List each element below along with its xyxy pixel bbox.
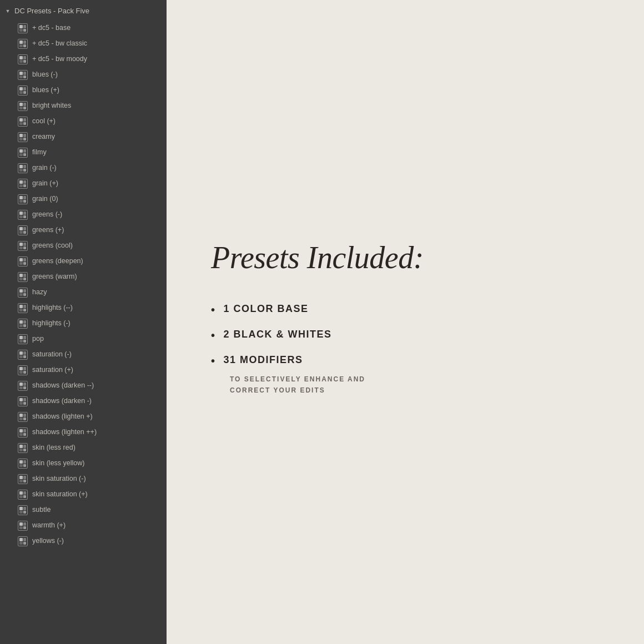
list-item[interactable]: shadows (darken --) bbox=[0, 378, 167, 394]
list-item-label: skin (less red) bbox=[32, 443, 76, 453]
main-content: Presets Included: •1 COLOR BASE•2 BLACK … bbox=[167, 0, 644, 644]
list-item[interactable]: + dc5 - bw classic bbox=[0, 36, 167, 52]
list-item[interactable]: skin (less yellow) bbox=[0, 456, 167, 471]
list-item[interactable]: hazy bbox=[0, 285, 167, 300]
list-item-label: + dc5 - bw classic bbox=[32, 39, 87, 49]
preset-icon bbox=[18, 194, 28, 204]
list-item[interactable]: yellows (-) bbox=[0, 534, 167, 549]
preset-icon bbox=[18, 117, 28, 127]
list-item[interactable]: highlights (--) bbox=[0, 300, 167, 316]
list-item-label: cool (+) bbox=[32, 117, 56, 127]
bullet-item: •31 MODIFIERS bbox=[211, 354, 424, 368]
bullet-text: 1 COLOR BASE bbox=[224, 303, 309, 315]
list-item[interactable]: cool (+) bbox=[0, 114, 167, 129]
list-item[interactable]: skin saturation (-) bbox=[0, 471, 167, 487]
preset-icon bbox=[18, 54, 28, 64]
preset-icon bbox=[18, 241, 28, 251]
preset-icon bbox=[18, 474, 28, 484]
list-item-label: saturation (-) bbox=[32, 350, 72, 360]
list-item-label: yellows (-) bbox=[32, 536, 64, 546]
sidebar-header[interactable]: ▼ DC Presets - Pack Five bbox=[0, 0, 167, 21]
list-item-label: greens (-) bbox=[32, 210, 62, 220]
preset-icon bbox=[18, 365, 28, 375]
preset-icon bbox=[18, 536, 28, 546]
list-item[interactable]: highlights (-) bbox=[0, 316, 167, 331]
preset-icon bbox=[18, 132, 28, 142]
preset-icon bbox=[18, 163, 28, 173]
list-item[interactable]: greens (-) bbox=[0, 207, 167, 223]
preset-icon bbox=[18, 272, 28, 282]
list-item-label: grain (-) bbox=[32, 163, 57, 173]
bullet-list: •1 COLOR BASE•2 BLACK & WHITES•31 MODIFI… bbox=[211, 303, 424, 395]
list-item-label: bright whites bbox=[32, 101, 71, 111]
preset-icon bbox=[18, 319, 28, 329]
list-item[interactable]: warmth (+) bbox=[0, 518, 167, 534]
presets-title: Presets Included: bbox=[211, 239, 424, 276]
list-item[interactable]: greens (cool) bbox=[0, 238, 167, 254]
bullet-item: •2 BLACK & WHITES bbox=[211, 329, 424, 342]
list-item-label: greens (warm) bbox=[32, 272, 77, 282]
preset-icon bbox=[18, 101, 28, 111]
preset-icon bbox=[18, 85, 28, 95]
list-item-label: skin saturation (-) bbox=[32, 474, 86, 484]
list-item-label: blues (+) bbox=[32, 85, 59, 95]
list-item-label: greens (deepen) bbox=[32, 256, 83, 266]
list-item[interactable]: skin (less red) bbox=[0, 440, 167, 456]
list-item[interactable]: grain (+) bbox=[0, 176, 167, 192]
preset-icon bbox=[18, 490, 28, 500]
preset-icon bbox=[18, 70, 28, 80]
list-item-label: highlights (-) bbox=[32, 319, 71, 329]
list-item[interactable]: skin saturation (+) bbox=[0, 487, 167, 502]
list-item[interactable]: subtle bbox=[0, 502, 167, 518]
list-item-label: filmy bbox=[32, 148, 47, 158]
list-item[interactable]: greens (+) bbox=[0, 223, 167, 238]
list-item-label: warmth (+) bbox=[32, 521, 66, 531]
bullet-dot: • bbox=[211, 329, 216, 342]
list-item-label: shadows (lighten +) bbox=[32, 412, 93, 422]
list-item-label: hazy bbox=[32, 288, 47, 298]
list-item[interactable]: shadows (lighten +) bbox=[0, 409, 167, 425]
bullet-text: 2 BLACK & WHITES bbox=[224, 329, 332, 340]
list-item[interactable]: saturation (+) bbox=[0, 363, 167, 378]
list-item[interactable]: grain (-) bbox=[0, 160, 167, 176]
preset-icon bbox=[18, 148, 28, 158]
sidebar-items-list: + dc5 - base+ dc5 - bw classic+ dc5 - bw… bbox=[0, 21, 167, 549]
list-item-label: highlights (--) bbox=[32, 303, 73, 313]
list-item[interactable]: blues (-) bbox=[0, 67, 167, 83]
list-item[interactable]: grain (0) bbox=[0, 192, 167, 207]
list-item-label: + dc5 - bw moody bbox=[32, 54, 87, 64]
bullet-text: 31 MODIFIERS bbox=[224, 354, 303, 366]
sidebar-header-label: DC Presets - Pack Five bbox=[14, 7, 89, 15]
chevron-down-icon: ▼ bbox=[4, 8, 11, 14]
preset-icon bbox=[18, 412, 28, 422]
list-item[interactable]: greens (deepen) bbox=[0, 254, 167, 269]
list-item-label: shadows (darken --) bbox=[32, 381, 94, 391]
preset-icon bbox=[18, 443, 28, 453]
sidebar: ▼ DC Presets - Pack Five + dc5 - base+ d… bbox=[0, 0, 167, 644]
list-item[interactable]: shadows (lighten ++) bbox=[0, 425, 167, 440]
preset-icon bbox=[18, 39, 28, 49]
list-item[interactable]: blues (+) bbox=[0, 83, 167, 98]
list-item-label: pop bbox=[32, 334, 44, 344]
list-item[interactable]: filmy bbox=[0, 145, 167, 160]
list-item[interactable]: greens (warm) bbox=[0, 269, 167, 285]
bullet-dot: • bbox=[211, 354, 216, 368]
list-item-label: shadows (darken -) bbox=[32, 396, 92, 406]
list-item-label: + dc5 - base bbox=[32, 23, 71, 33]
list-item[interactable]: pop bbox=[0, 331, 167, 347]
list-item[interactable]: creamy bbox=[0, 129, 167, 145]
preset-icon bbox=[18, 23, 28, 33]
preset-icon bbox=[18, 179, 28, 189]
list-item[interactable]: + dc5 - bw moody bbox=[0, 52, 167, 67]
preset-icon bbox=[18, 334, 28, 344]
preset-icon bbox=[18, 350, 28, 360]
list-item-label: skin (less yellow) bbox=[32, 459, 84, 469]
list-item[interactable]: shadows (darken -) bbox=[0, 394, 167, 409]
list-item[interactable]: + dc5 - base bbox=[0, 21, 167, 36]
content-box: Presets Included: •1 COLOR BASE•2 BLACK … bbox=[211, 239, 424, 405]
list-item[interactable]: bright whites bbox=[0, 98, 167, 114]
list-item[interactable]: saturation (-) bbox=[0, 347, 167, 363]
list-item-label: greens (cool) bbox=[32, 241, 73, 251]
list-item-label: grain (0) bbox=[32, 194, 58, 204]
list-item-label: greens (+) bbox=[32, 225, 64, 235]
